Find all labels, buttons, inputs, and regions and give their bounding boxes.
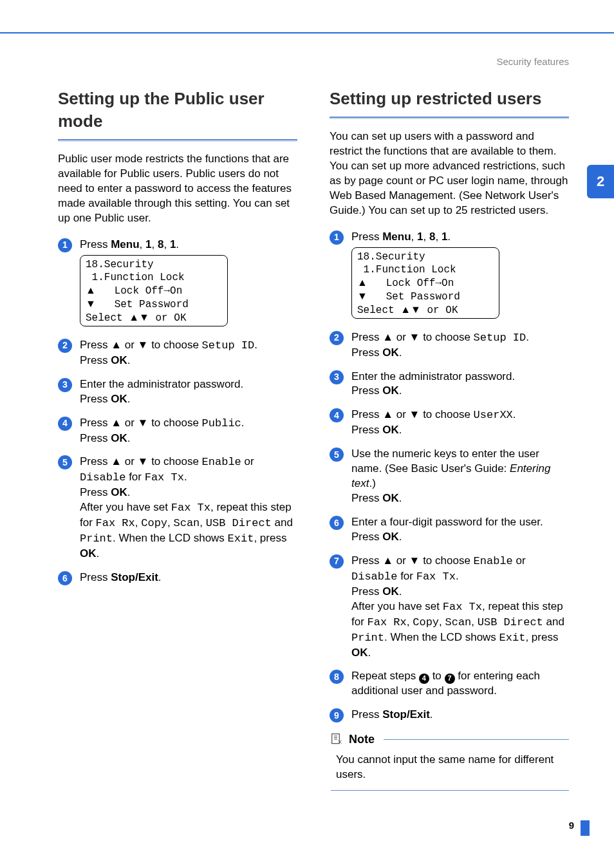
text: Repeat steps xyxy=(351,670,419,682)
step-body: Press Stop/Exit. xyxy=(80,571,297,585)
step-body: Enter the administrator password. Press … xyxy=(351,370,569,399)
key-ok: OK xyxy=(382,424,399,436)
step-badge: 1 xyxy=(330,231,344,245)
top-rule xyxy=(0,32,614,33)
option-scan: Scan xyxy=(174,517,200,529)
option-exit: Exit xyxy=(499,632,526,644)
step-body: Press ▲ or ▼ to choose Enable or Disable… xyxy=(351,554,569,661)
up-arrow-icon: ▲ xyxy=(111,417,122,429)
intro-paragraph: Public user mode restricts the functions… xyxy=(58,152,297,226)
text: , xyxy=(423,231,429,243)
lcd-line: On xyxy=(442,278,454,289)
chapter-tab: 2 xyxy=(587,165,614,198)
step-9: 9 Press Stop/Exit. xyxy=(330,708,569,722)
text: After you have set xyxy=(80,501,171,513)
option-enable: Enable xyxy=(474,555,513,567)
text: Press xyxy=(80,238,111,250)
lcd-line: Set Password xyxy=(367,291,460,303)
text: Press xyxy=(80,455,111,467)
text: .) xyxy=(369,477,375,489)
breadcrumb: Security features xyxy=(496,55,569,68)
option-print: Print xyxy=(351,632,384,644)
up-arrow-icon: ▲ xyxy=(111,455,122,467)
down-arrow-icon: ▼ xyxy=(138,417,149,429)
inline-step-ref-4: 4 xyxy=(419,674,429,684)
step-3: 3 Enter the administrator password. Pres… xyxy=(58,377,297,407)
up-down-arrow-icon: ▲▼ xyxy=(400,304,421,315)
lcd-line: 1.Function Lock xyxy=(86,272,185,283)
down-arrow-icon: ▼ xyxy=(138,455,149,467)
note-icon xyxy=(331,733,344,746)
text: Press xyxy=(351,231,382,243)
left-column: Setting up the Public user mode Public u… xyxy=(58,88,297,791)
step-badge: 7 xyxy=(330,554,344,569)
up-arrow-icon: ▲ xyxy=(111,339,122,351)
right-arrow-icon: → xyxy=(435,278,442,289)
text: . xyxy=(184,471,187,483)
key-1: 1 xyxy=(170,238,176,250)
text: to choose xyxy=(148,455,201,467)
step-badge: 4 xyxy=(330,408,344,422)
text: to choose xyxy=(148,417,201,429)
down-arrow-icon: ▼ xyxy=(409,331,420,343)
step-2: 2 Press ▲ or ▼ to choose Setup ID. Press… xyxy=(58,338,297,368)
step-badge: 8 xyxy=(330,670,344,684)
up-arrow-icon: ▲ xyxy=(86,285,96,296)
text: Enter a four-digit password for the user… xyxy=(351,516,543,528)
text: Press xyxy=(351,708,382,721)
down-arrow-icon: ▼ xyxy=(86,298,96,309)
step-badge: 2 xyxy=(58,339,72,353)
lcd-line: Lock Off xyxy=(96,285,164,297)
option-scan: Scan xyxy=(445,616,472,628)
step-body: Enter a four-digit password for the user… xyxy=(351,515,569,545)
text: , xyxy=(411,231,417,243)
option-enable: Enable xyxy=(202,456,241,468)
text: . xyxy=(399,531,402,543)
key-ok: OK xyxy=(382,585,399,598)
text: Press xyxy=(80,354,111,366)
text: , press xyxy=(254,532,286,544)
key-ok: OK xyxy=(351,646,368,659)
step-6: 6 Enter a four-digit password for the us… xyxy=(330,515,569,545)
text: Press xyxy=(351,554,382,567)
text: , press xyxy=(525,631,558,643)
text: . xyxy=(399,492,402,504)
heading-rule xyxy=(58,137,297,140)
text: to choose xyxy=(148,339,201,351)
key-ok: OK xyxy=(111,432,127,444)
text: . xyxy=(127,486,131,498)
option-fax-rx: Fax Rx xyxy=(367,616,407,628)
up-arrow-icon: ▲ xyxy=(382,331,393,343)
text: , xyxy=(140,238,145,250)
step-badge: 5 xyxy=(58,455,72,469)
text: , xyxy=(471,616,477,628)
key-ok: OK xyxy=(382,531,399,543)
step-body: Repeat steps 4 to 7 for entering each ad… xyxy=(351,669,569,699)
note-body: You cannot input the same name for diffe… xyxy=(331,750,569,791)
inline-step-ref-7: 7 xyxy=(445,674,455,684)
text: to choose xyxy=(420,408,473,420)
text: to choose xyxy=(420,554,473,567)
step-badge: 6 xyxy=(330,516,344,530)
section-heading-public: Setting up the Public user mode xyxy=(58,88,297,133)
step-5: 5 Use the numeric keys to enter the user… xyxy=(330,447,569,506)
text: . xyxy=(97,547,100,560)
text: , xyxy=(135,516,141,529)
text: or xyxy=(393,331,409,343)
lcd-line: or OK xyxy=(149,312,187,324)
text: . xyxy=(254,339,257,351)
note-rule xyxy=(384,739,569,740)
option-fax-rx: Fax Rx xyxy=(96,517,135,529)
option-copy: Copy xyxy=(141,517,167,529)
step-2: 2 Press ▲ or ▼ to choose Setup ID. Press… xyxy=(330,330,569,361)
text: Press xyxy=(351,531,382,543)
text: Press xyxy=(80,486,111,498)
page-corner-decoration xyxy=(581,820,590,836)
step-badge: 1 xyxy=(58,238,72,252)
step-body: Press Menu, 1, 8, 1. 18.Security 1.Funct… xyxy=(80,238,297,329)
text: Press xyxy=(351,346,382,359)
note-title: Note xyxy=(349,731,375,747)
text: Press xyxy=(80,571,111,583)
option-fax-tx: Fax Tx xyxy=(171,502,210,514)
text: or xyxy=(122,417,138,429)
